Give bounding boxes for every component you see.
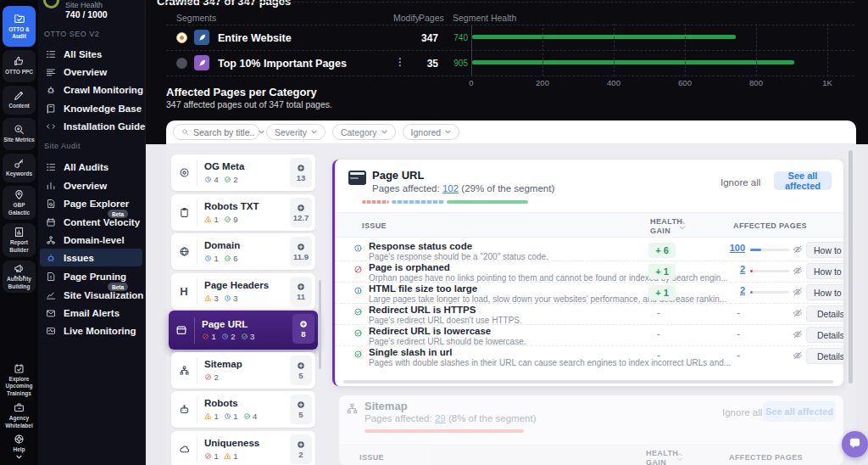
rail-item-otto-audit[interactable]: OTTO & Audit (3, 6, 36, 47)
sidebar-item-site-visualization[interactable]: Site Visualization (46, 288, 142, 302)
search-input[interactable] (193, 127, 254, 137)
details-button[interactable]: Details (806, 305, 843, 322)
ignore-eye-slash-icon[interactable] (793, 266, 803, 276)
sidebar-item-knowledge-base[interactable]: Knowledge Base (46, 101, 142, 115)
segment-radio-unselected[interactable] (176, 58, 187, 69)
rail-item-report-builder[interactable]: Report Builder (3, 223, 36, 257)
severity-filter[interactable]: Severity (266, 124, 326, 140)
pages-affected-link[interactable]: 29 (435, 413, 446, 423)
sidebar-item-live-monitoring[interactable]: Live Monitoring (46, 323, 142, 338)
search-filter[interactable] (173, 124, 259, 140)
affected-pages-link[interactable]: 100 (715, 243, 745, 253)
horizontal-scrollbar[interactable] (343, 380, 833, 384)
rail-item-label: Content (8, 103, 30, 109)
rail-item-site-metrics[interactable]: Site Metrics (3, 118, 36, 150)
ignore-eye-slash-icon[interactable] (793, 350, 803, 361)
panel-title: Page URL (372, 169, 424, 182)
sidebar-item-overview-seo[interactable]: Overview (46, 64, 142, 79)
section-label-site-audit: Site Audit (44, 142, 81, 150)
category-filter[interactable]: Category (332, 124, 396, 140)
rail-item-otto-ppc[interactable]: OTTO PPC (3, 50, 36, 82)
issue-description: Page's response should be a "200" status… (369, 252, 548, 261)
chart-gridline (827, 24, 828, 76)
sidebar-item-domain-level[interactable]: Domain-level (46, 232, 142, 247)
health-plus-icon (297, 440, 305, 449)
affected-pages-link[interactable]: 2 (715, 264, 745, 274)
sidebar-item-content-velocity[interactable]: Content Velocity (46, 215, 142, 229)
rail-item-keywords[interactable]: Keywords (3, 154, 36, 182)
category-score: 13 (290, 158, 312, 188)
details-button[interactable]: Details (806, 327, 843, 343)
icon-rail: OTTO & Audit OTTO PPC Content Site Metri… (0, 0, 38, 465)
segment-health-value: 740 (448, 33, 468, 42)
segment-name[interactable]: Entire Website (218, 32, 292, 44)
category-card-page-headers[interactable]: H Page Headers 3 3 11 (171, 273, 315, 310)
ignored-filter[interactable]: Ignored (403, 124, 460, 140)
sidebar-item-installation-guide[interactable]: Installation Guide (46, 119, 142, 133)
ignore-eye-slash-icon[interactable] (793, 244, 803, 255)
rail-item-trainings[interactable]: Explore Upcoming Trainings (3, 361, 36, 399)
health-gain-badge: + 6 (648, 243, 676, 258)
segment-radio-selected[interactable] (176, 32, 187, 43)
issue-description: Pages with double slashes in their URL c… (369, 358, 731, 367)
category-card-page-url[interactable]: Page URL 1 2 3 8 (169, 311, 318, 350)
sidebar-item-all-sites[interactable]: All Sites (46, 47, 142, 61)
category-score: 2 (290, 434, 312, 464)
rail-item-help[interactable]: Help (3, 433, 36, 460)
info-icon (353, 286, 363, 295)
sidebar-item-issues[interactable]: Issues (46, 250, 142, 265)
rail-item-content[interactable]: Content (3, 86, 36, 115)
badge-count: 4 (253, 412, 257, 421)
category-card-robots-txt[interactable]: Robots TXT 1 9 12.7 (171, 194, 315, 231)
modify-menu-button[interactable]: ⋮ (395, 56, 405, 68)
ignore-eye-slash-icon[interactable] (793, 329, 803, 339)
issue-description: Page's redirect URL should be lowercase. (369, 337, 526, 346)
how-to-fix-button[interactable]: How to Fix (806, 263, 843, 279)
sort-icon[interactable] (676, 452, 683, 464)
category-card-domain[interactable]: Domain 1 6 11.9 (171, 233, 315, 270)
col-affected-pages: AFFECTED PAGES (733, 221, 807, 231)
ignore-eye-slash-icon[interactable] (793, 308, 803, 318)
sidebar-item-all-audits[interactable]: All Audits (46, 160, 142, 174)
brain-icon (171, 444, 197, 455)
sort-icon[interactable] (679, 221, 686, 232)
health-plus-icon (297, 361, 305, 370)
how-to-fix-button[interactable]: How to Fix (806, 242, 843, 258)
sidebar-item-page-pruning[interactable]: Page Pruning (46, 269, 142, 283)
affected-pages-link[interactable]: 2 (715, 285, 745, 295)
chat-messenger-button[interactable] (842, 431, 868, 457)
category-card-uniqueness[interactable]: Uniqueness 1 1 2 (171, 431, 315, 465)
health-gain-dash: - (657, 328, 660, 339)
pages-affected-link[interactable]: 102 (442, 183, 459, 193)
health-gain-badge: + 1 (648, 285, 676, 300)
how-to-fix-button[interactable]: How to Fix (806, 284, 843, 300)
ignore-all-button[interactable]: Ignore all (721, 177, 760, 188)
see-all-affected-button[interactable]: See all affected (763, 401, 836, 422)
health-plus-icon (297, 164, 305, 172)
issue-panel-page-url: Page URL Pages affected: 102 (29% of the… (332, 160, 843, 386)
ignore-all-button[interactable]: Ignore all (722, 407, 762, 417)
segment-icon-entire-website (194, 30, 209, 45)
segment-health-bar (472, 60, 794, 64)
details-button[interactable]: Details (806, 348, 843, 364)
sidebar-item-crawl-monitoring[interactable]: Crawl Monitoring (46, 82, 142, 97)
panel-vertical-scrollbar[interactable] (849, 150, 853, 384)
category-card-og-meta[interactable]: OG Meta 4 2 13 (171, 154, 315, 191)
see-all-affected-button[interactable]: See all affected (774, 171, 832, 190)
sidebar-item-overview-audit[interactable]: Overview (46, 178, 142, 193)
category-card-sitemap[interactable]: Sitemap 2 5 (171, 352, 315, 389)
category-card-robots[interactable]: Robots 1 1 4 5 (171, 391, 315, 428)
rail-item-agency-whitelabel[interactable]: Agency Whitelabel (3, 401, 36, 431)
col-pages: Pages (419, 13, 444, 23)
ignore-eye-slash-icon[interactable] (793, 287, 803, 297)
sidebar-item-email-alerts[interactable]: Email Alerts (46, 305, 142, 320)
rail-item-more[interactable] (3, 272, 36, 283)
segment-name[interactable]: Top 10% Important Pages (218, 58, 347, 70)
category-list-scrollbar[interactable] (319, 280, 321, 369)
health-plus-icon (297, 283, 305, 291)
badge-count: 2 (231, 332, 235, 341)
issue-panel-sitemap: Sitemap Pages affected: 29 (8% of the se… (339, 395, 843, 465)
sidebar-item-page-explorer[interactable]: Page Explorer (46, 196, 142, 210)
rail-item-gbp-galactic[interactable]: GBP Galactic (3, 186, 36, 220)
browser-icon (348, 171, 366, 185)
